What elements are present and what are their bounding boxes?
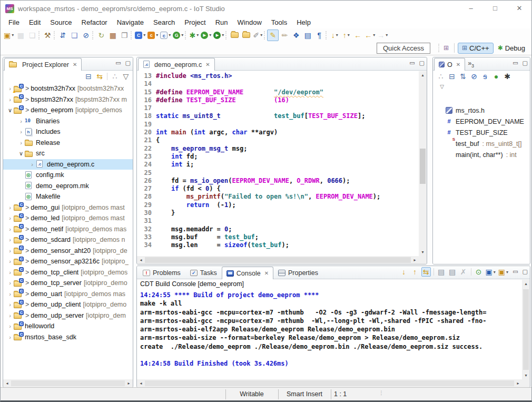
tree-item-includes[interactable]: ›hIncludes <box>3 126 133 138</box>
tab-project-explorer[interactable]: Project Explorer ✕ <box>4 58 82 71</box>
run-button[interactable]: ▶▾ <box>200 30 212 41</box>
chevron-collapsed-icon[interactable]: › <box>6 301 14 308</box>
next-console-button[interactable]: ↓ <box>399 267 409 277</box>
chevron-collapsed-icon[interactable]: › <box>6 204 14 211</box>
tab-console[interactable]: Console✕ <box>222 267 273 279</box>
close-icon[interactable]: ✕ <box>456 62 460 67</box>
dropdown-arrow-icon[interactable]: ▾ <box>169 33 171 37</box>
minimize-button[interactable]: – <box>459 1 483 16</box>
show-stderr-change-button[interactable]: ▤ <box>448 267 457 277</box>
editor-horizontal-scrollbar[interactable]: ◂▸ <box>137 256 427 264</box>
horizontal-scrollbar[interactable]: ◂▸ <box>3 379 133 387</box>
previous-console-button[interactable]: ↑ <box>410 267 420 277</box>
open-folder-button[interactable] <box>240 30 252 41</box>
tab-overflow[interactable]: »3 <box>465 57 477 70</box>
maximize-view-icon[interactable]: ▢ <box>523 268 528 275</box>
refresh-button[interactable]: ↻ <box>95 30 107 41</box>
close-icon[interactable]: ✕ <box>264 270 269 276</box>
chevron-collapsed-icon[interactable]: › <box>6 280 14 286</box>
show-whitespace-button[interactable]: ¶ <box>313 30 325 41</box>
save-button[interactable]: ▦ <box>15 30 26 41</box>
dropdown-arrow-icon[interactable]: ▾ <box>348 33 350 37</box>
pin-console-button[interactable]: ⊙ <box>474 267 484 277</box>
annotate-button[interactable]: ✐▾ <box>252 30 263 41</box>
perspective-debug[interactable]: ✱ Debug <box>494 43 529 54</box>
maximize-view-icon[interactable]: ▢ <box>125 60 131 66</box>
tab-outline[interactable]: O ✕ <box>434 58 465 71</box>
filters-button[interactable]: ∴ <box>436 72 446 81</box>
dropdown-arrow-icon[interactable]: ▾ <box>209 33 211 37</box>
close-icon[interactable]: ✕ <box>205 62 210 67</box>
menu-project[interactable]: Project <box>180 17 210 27</box>
toggle-highlight-button[interactable]: ✎ <box>267 30 279 41</box>
collapse-all-button[interactable]: ⊟ <box>84 72 93 81</box>
console-horizontal-scrollbar[interactable]: ◂▸ <box>137 379 530 387</box>
tree-item-demo-sensor-aht20[interactable]: ›C>demo_sensor_aht20[iotpipro_de <box>3 246 133 257</box>
run-external-button[interactable]: ▶▾ <box>212 30 225 41</box>
view-menu-button[interactable]: ▽ <box>121 72 131 81</box>
tree-item-demo-gui[interactable]: ›C>demo_gui[iotpipro_demos mast <box>3 202 133 213</box>
maximize-view-icon[interactable]: ▢ <box>523 60 528 66</box>
chevron-collapsed-icon[interactable]: › <box>6 291 14 297</box>
tab-tasks[interactable]: Tasks <box>185 266 222 279</box>
new-c-file-button[interactable]: c▾ <box>159 30 172 41</box>
debug-button[interactable]: ✱▾ <box>188 30 200 41</box>
maximize-button[interactable]: □ <box>483 1 507 16</box>
tree-item-makefile[interactable]: ◎Makefile <box>3 191 133 202</box>
hide-inactive-elements-button[interactable]: ✱ <box>503 72 512 81</box>
minimize-view-icon[interactable]: ▭ <box>409 60 415 66</box>
quick-access-box[interactable]: Quick Access <box>377 43 430 54</box>
chevron-collapsed-icon[interactable]: › <box>6 215 14 221</box>
build-configurations-button[interactable]: ❏ <box>68 30 80 41</box>
tree-item-demo-eeprom-c[interactable]: ›.cdemo_eeprom.c <box>3 159 133 170</box>
tree-item-demo-uart[interactable]: ›C>demo_uart[iotpipro_demos mas <box>3 289 133 300</box>
previous-annotation-button[interactable]: ↑▾ <box>340 30 352 41</box>
dropdown-arrow-icon[interactable]: ▾ <box>12 33 14 37</box>
menu-run[interactable]: Run <box>211 17 233 27</box>
dropdown-arrow-icon[interactable]: ▾ <box>260 33 262 37</box>
outline-item-test-buf-size[interactable]: #TEST_BUF_SIZE <box>446 127 530 138</box>
menu-edit[interactable]: Edit <box>24 17 45 27</box>
save-all-button[interactable]: ❏ <box>26 30 38 41</box>
hide-non-public-members-button[interactable]: ● <box>491 72 501 81</box>
hide-static-members-button[interactable]: s <box>480 72 490 81</box>
console-vertical-scrollbar[interactable]: ▴▾ <box>522 280 530 379</box>
chevron-collapsed-icon[interactable]: › <box>6 248 14 254</box>
build-button[interactable]: ⚒ <box>42 30 53 41</box>
skip-all-breakpoints-button[interactable]: ⊘ <box>80 30 92 41</box>
open-console-button[interactable]: ▣▾ <box>498 267 509 277</box>
forward-button[interactable]: →▾ <box>376 30 389 41</box>
close-button[interactable]: ✕ <box>507 1 531 16</box>
outline-item-ms-rtos-h[interactable]: ms_rtos.h <box>446 105 530 116</box>
dropdown-arrow-icon[interactable]: ▾ <box>156 33 158 37</box>
chevron-collapsed-icon[interactable]: › <box>6 334 14 340</box>
clear-console-button[interactable]: ✗ <box>459 267 468 277</box>
dropdown-arrow-icon[interactable]: ▾ <box>506 270 508 274</box>
chevron-collapsed-icon[interactable]: › <box>28 161 36 168</box>
perspective-c-cpp[interactable]: ⊞ C/C++ <box>458 43 494 54</box>
menu-tools[interactable]: Tools <box>267 17 292 27</box>
show-stdout-change-button[interactable]: ▤ <box>437 267 446 277</box>
chevron-collapsed-icon[interactable]: › <box>6 226 14 232</box>
last-edit-location-button[interactable]: ← <box>352 30 363 41</box>
minimize-view-icon[interactable]: ▭ <box>115 60 121 66</box>
menu-help[interactable]: Help <box>292 17 316 27</box>
menu-file[interactable]: File <box>4 17 24 27</box>
show-source-button[interactable]: ▤ <box>302 30 313 41</box>
dropdown-arrow-icon[interactable]: ▾ <box>336 33 338 37</box>
chevron-expanded-icon[interactable]: ∨ <box>17 150 25 157</box>
tree-item-src[interactable]: ∨src <box>3 148 133 159</box>
tree-item-release[interactable]: ›Release <box>3 138 133 149</box>
build-all-button[interactable]: ⇵ <box>57 30 68 41</box>
chevron-collapsed-icon[interactable]: › <box>6 258 14 264</box>
chevron-collapsed-icon[interactable]: › <box>6 323 14 329</box>
collapse-all-button[interactable]: ⊟ <box>447 72 457 81</box>
new-cpp-project-button[interactable]: c▾ <box>146 30 159 41</box>
hide-fields-button[interactable]: ⊘ <box>469 72 479 81</box>
chevron-collapsed-icon[interactable]: › <box>6 269 14 276</box>
chevron-collapsed-icon[interactable]: › <box>6 312 14 319</box>
sort-alphabetically-button[interactable]: ⇅ <box>458 72 468 81</box>
dropdown-arrow-icon[interactable]: ▾ <box>494 270 496 274</box>
minimize-view-icon[interactable]: ▭ <box>513 268 518 275</box>
chevron-collapsed-icon[interactable]: › <box>6 237 14 243</box>
